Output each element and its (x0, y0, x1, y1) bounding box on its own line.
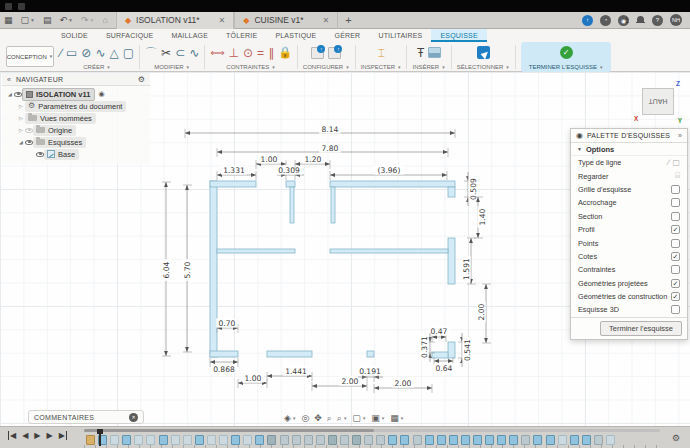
palette-row-control[interactable] (671, 305, 680, 314)
look-at-icon[interactable]: ◎ (301, 413, 309, 423)
palette-row-control[interactable]: ∕▢ (668, 159, 680, 167)
orbit-icon[interactable]: ◈▼ (284, 413, 296, 423)
visibility-eye-icon[interactable] (25, 140, 33, 145)
go-to-start-button[interactable]: ◀ (8, 431, 16, 440)
tree-item[interactable]: ISOLATION v11 (22, 88, 95, 101)
expander-icon[interactable]: ▷ (17, 127, 25, 133)
timeline-feature-icon[interactable] (280, 435, 289, 445)
timeline-feature-icon[interactable] (449, 435, 458, 445)
timeline-feature-icon[interactable] (388, 435, 397, 445)
dimension-label[interactable]: 1.40 (477, 206, 486, 228)
palette-row-control[interactable]: ✓ (671, 225, 680, 234)
timeline-feature-icon[interactable] (425, 435, 434, 445)
timeline-feature-icon[interactable] (304, 435, 313, 445)
step-back-button[interactable]: ◀ (22, 431, 28, 440)
viewports-icon[interactable]: ▦▼ (390, 413, 404, 423)
visibility-eye-icon[interactable] (14, 92, 22, 97)
timeline-feature-icon[interactable] (159, 435, 168, 445)
dimension-label[interactable]: 1.591 (461, 256, 470, 282)
timeline-feature-icon[interactable] (594, 435, 603, 445)
palette-collapse-icon[interactable]: » (678, 132, 682, 139)
timeline-feature-icon[interactable] (86, 435, 95, 445)
timeline-feature-icon[interactable] (267, 435, 276, 445)
dimension-label[interactable]: 1.00 (242, 373, 264, 382)
palette-row-control[interactable]: ✓ (671, 252, 680, 261)
tree-row-isolation-v11[interactable]: ◢ISOLATION v11◉ (2, 88, 150, 100)
dimension-label[interactable]: 0.309 (276, 165, 302, 174)
dimension-label[interactable]: 2.00 (392, 378, 414, 387)
timeline-feature-icon[interactable] (316, 435, 325, 445)
comments-bar[interactable]: COMMENTAIRES ✕ (28, 410, 144, 424)
timeline-feature-icon[interactable] (171, 435, 180, 445)
dimension-label[interactable]: 1.441 (283, 366, 309, 375)
zoom-window-icon[interactable]: ⌕▼ (337, 413, 348, 424)
viewcube[interactable]: HAUT Z X Y (636, 82, 682, 122)
dimension-label[interactable]: 0.70 (216, 318, 238, 327)
timeline-feature-icon[interactable] (473, 435, 482, 445)
look-at-icon[interactable]: ⌸ (675, 172, 680, 180)
timeline-feature-icon[interactable] (207, 435, 216, 445)
timeline-feature-icon[interactable] (582, 435, 591, 445)
timeline-feature-icon[interactable] (255, 435, 264, 445)
dimension-label[interactable]: 8.14 (319, 124, 341, 133)
timeline-feature-icon[interactable] (533, 435, 542, 445)
zoom-icon[interactable]: ⌕ (327, 413, 332, 424)
timeline-feature-icon[interactable] (219, 435, 228, 445)
tree-row-vues-nomm-es[interactable]: ▷Vues nommées (2, 112, 150, 124)
linetype-normal-icon[interactable]: ∕ (668, 159, 669, 167)
tree-item[interactable]: Esquisses (33, 137, 86, 148)
dimension-label[interactable]: 2.00 (476, 301, 485, 323)
dimension-label[interactable]: 2.00 (339, 376, 361, 385)
go-to-end-button[interactable]: ▶ (59, 431, 67, 440)
palette-row-control[interactable] (671, 185, 680, 194)
finish-sketch-button[interactable]: Terminer l'esquisse (600, 321, 682, 336)
timeline-feature-icon[interactable] (340, 435, 349, 445)
palette-row-control[interactable] (671, 239, 680, 248)
checkbox[interactable] (671, 212, 680, 221)
linetype-construction-icon[interactable]: ▢ (672, 159, 680, 167)
timeline-feature-icon[interactable] (521, 435, 530, 445)
dimension-label[interactable]: 0.64 (433, 363, 455, 372)
timeline-feature-icon[interactable] (461, 435, 470, 445)
checkbox[interactable] (671, 198, 680, 207)
timeline-feature-icon[interactable] (183, 435, 192, 445)
pan-icon[interactable]: ✥ (314, 413, 322, 423)
dimension-label[interactable]: 0.371 (419, 334, 428, 360)
dimension-label[interactable]: 0.191 (357, 366, 383, 375)
step-forward-button[interactable]: ▶ (46, 431, 52, 440)
checkbox[interactable] (671, 305, 680, 314)
palette-row-control[interactable]: ⌸ (675, 172, 680, 180)
timeline-feature-icon[interactable] (364, 435, 373, 445)
tree-row-param-tres-du-document[interactable]: ▷⚙Paramètres du document (2, 100, 150, 112)
dimension-label[interactable]: 1.20 (302, 154, 324, 163)
palette-row-control[interactable] (671, 198, 680, 207)
navigator-settings-icon[interactable]: ⚙ (138, 75, 145, 84)
timeline-feature-icon[interactable] (122, 435, 131, 445)
tree-item[interactable]: Origine (33, 125, 76, 136)
visibility-eye-icon[interactable] (36, 152, 44, 157)
dimension-label[interactable]: 0.509 (468, 176, 477, 202)
timeline-feature-icon[interactable] (509, 435, 518, 445)
dimension-label[interactable]: 7.80 (319, 143, 341, 152)
sketch-canvas[interactable]: 8.147.801.3311.000.3091.20(3.96)6.045.70… (0, 72, 690, 426)
activate-radio-icon[interactable]: ◉ (98, 90, 104, 98)
tree-row-origine[interactable]: ▷Origine (2, 124, 150, 136)
timeline-feature-icon[interactable] (400, 435, 409, 445)
timeline-feature-icon[interactable] (606, 435, 615, 445)
timeline-feature-icon[interactable] (558, 435, 567, 445)
timeline-feature-icon[interactable] (146, 435, 155, 445)
timeline-feature-icon[interactable] (437, 435, 446, 445)
timeline-feature-icon[interactable] (485, 435, 494, 445)
timeline-feature-icon[interactable] (292, 435, 301, 445)
timeline-settings-icon[interactable]: ⚙ (672, 433, 680, 443)
tree-item[interactable]: Vues nommées (25, 113, 96, 124)
tree-item[interactable]: Base (44, 149, 79, 160)
play-button[interactable]: ▶ (34, 431, 40, 440)
checkbox[interactable]: ✓ (671, 292, 680, 301)
dimension-label[interactable]: 6.04 (161, 259, 170, 281)
checkbox[interactable] (671, 185, 680, 194)
palette-row-control[interactable]: ✓ (671, 292, 680, 301)
checkbox[interactable] (671, 239, 680, 248)
dimension-label[interactable]: (3.96) (374, 165, 404, 174)
collapse-panel-icon[interactable]: « (7, 76, 11, 83)
